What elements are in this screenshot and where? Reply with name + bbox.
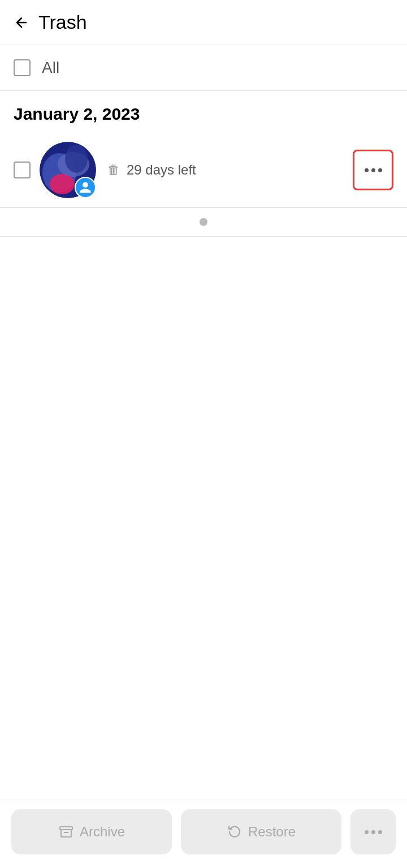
restore-icon <box>227 824 243 840</box>
archive-icon <box>58 824 74 840</box>
user-icon <box>79 181 92 194</box>
svg-point-4 <box>65 145 88 173</box>
more-dots-icon <box>365 168 382 172</box>
header: Trash <box>0 0 407 45</box>
restore-label: Restore <box>248 824 296 840</box>
main-content: All January 2, 2023 <box>0 45 407 800</box>
all-row: All <box>0 45 407 91</box>
page-title: Trash <box>38 11 87 33</box>
days-left-text: 29 days left <box>127 162 196 178</box>
avatar-badge <box>75 177 96 198</box>
back-button[interactable] <box>14 15 29 30</box>
bottom-bar: Archive Restore <box>0 800 407 868</box>
bottom-more-button[interactable] <box>350 809 396 854</box>
trash-item-row: 🗑 29 days left <box>0 133 407 208</box>
date-label: January 2, 2023 <box>14 104 140 123</box>
bottom-more-dots-icon <box>365 830 382 834</box>
svg-point-2 <box>50 174 75 194</box>
dot-separator <box>0 208 407 237</box>
archive-button[interactable]: Archive <box>11 809 172 854</box>
all-label: All <box>42 59 59 77</box>
item-info: 🗑 29 days left <box>107 162 353 178</box>
more-options-button[interactable] <box>353 150 393 190</box>
avatar <box>40 142 96 198</box>
back-arrow-icon <box>14 15 29 30</box>
date-section: January 2, 2023 <box>0 91 407 133</box>
restore-button[interactable]: Restore <box>181 809 341 854</box>
item-checkbox[interactable] <box>14 162 31 178</box>
select-all-checkbox[interactable] <box>14 59 31 76</box>
archive-label: Archive <box>80 824 125 840</box>
trash-icon: 🗑 <box>107 163 120 177</box>
svg-rect-6 <box>61 830 71 837</box>
